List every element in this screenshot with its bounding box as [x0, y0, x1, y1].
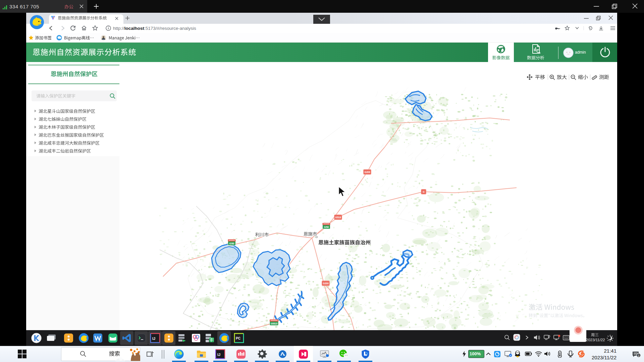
svg-text:G209: G209: [323, 282, 328, 285]
svg-text:PC: PC: [236, 337, 240, 340]
svg-text:G209: G209: [364, 171, 370, 173]
svg-text:G50: G50: [324, 226, 329, 229]
svg-text:G50: G50: [229, 242, 234, 245]
svg-text:G5515: G5515: [271, 322, 277, 325]
svg-text:G518: G518: [335, 216, 341, 219]
svg-text:G: G: [423, 191, 425, 193]
svg-text:2: 2: [638, 354, 639, 357]
svg-text:IJ: IJ: [217, 353, 220, 357]
svg-text:IJ: IJ: [152, 337, 155, 341]
